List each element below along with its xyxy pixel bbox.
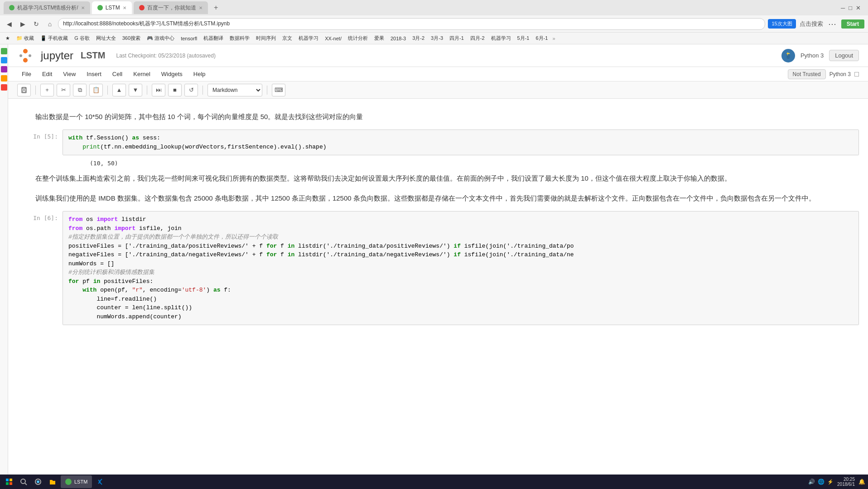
paste-cell-button[interactable]: 📋 [89,84,103,96]
start-menu-button[interactable] [3,475,15,488]
checkpoint-text: Last Checkpoint: 05/23/2018 (autosaved) [116,53,215,59]
home-button[interactable]: ⌂ [44,19,55,29]
notebook-body[interactable]: 输出数据是一个 10*50 的词矩阵，其中包括 10 个词，每个词的向量维度是 … [8,99,868,475]
back-button[interactable]: ◀ [4,19,14,29]
bookmark-16[interactable]: 2018-3 [389,36,408,41]
sidebar-icon-4 [1,75,7,82]
cell-5-body[interactable]: with tf.Session() as sess: print(tf.nn.e… [63,129,859,155]
cell-type-selector[interactable]: Markdown Code Raw NBConvert [207,84,262,96]
cell-6-body[interactable]: from os import listdir from os.path impo… [63,211,859,325]
svg-rect-8 [23,87,25,89]
cell-5-code[interactable]: with tf.Session() as sess: print(tf.nn.e… [63,130,858,155]
jupyter-brand-text: jupyter [41,49,73,62]
bookmark-20[interactable]: 四月-2 [468,35,487,42]
start-button[interactable]: Start [841,19,864,29]
taskbar-file-manager[interactable] [46,475,59,488]
description-text-1: 输出数据是一个 10*50 的词矩阵，其中包括 10 个词，每个词的向量维度是 … [35,113,363,120]
bookmark-19[interactable]: 四月-1 [448,35,466,42]
taskbar-browser-button[interactable]: LSTM [61,475,92,488]
bookmark-17[interactable]: 3月-2 [410,35,426,42]
menu-widgets[interactable]: Widgets [157,69,187,79]
bookmark-11[interactable]: 京文 [280,35,294,42]
tray-icon-2: 🌐 [818,479,825,485]
bookmark-13[interactable]: XX-net/ [323,36,343,41]
jupyter-logo-icon [17,48,34,64]
restart-button[interactable]: ↺ [184,84,198,96]
bookmark-1[interactable]: 📁 收藏 [14,35,36,42]
tab-1-label: 机器学习/LSTM情感分析/ [17,4,78,12]
move-down-button[interactable]: ▼ [129,84,142,96]
tab-1-favicon [9,5,14,10]
bookmark-2[interactable]: 📱 手机收藏 [39,35,70,42]
python-logo-svg [784,52,792,60]
svg-point-3 [29,54,31,57]
bookmark-23[interactable]: 6月-1 [534,35,550,42]
tab-1[interactable]: 机器学习/LSTM情感分析/ ✕ [4,1,90,14]
close-button[interactable]: ✕ [856,5,861,11]
extensions-icon[interactable]: ⋯ [827,19,838,29]
bookmark-12[interactable]: 机器学习 [297,35,320,42]
taskbar-search[interactable] [17,475,30,488]
stop-button[interactable]: ■ [168,84,182,96]
taskbar-vscode[interactable] [94,475,106,488]
move-up-button[interactable]: ▲ [112,84,126,96]
logout-button[interactable]: Logout [829,50,859,61]
notification-button[interactable]: 🔔 [858,479,865,485]
keyboard-shortcuts-button[interactable]: ⌨ [272,84,285,96]
save-button[interactable] [17,84,31,96]
cell-6[interactable]: In [6]: from os import listdir from os.p… [17,211,859,325]
bookmark-7[interactable]: tensorfl [179,36,199,41]
refresh-button[interactable]: ↻ [31,19,42,29]
restore-button[interactable]: □ [849,5,852,11]
run-next-button[interactable]: ⏭ [152,84,165,96]
tab-2-close[interactable]: ✕ [123,5,126,10]
cut-cell-button[interactable]: ✂ [57,84,70,96]
not-trusted-button[interactable]: Not Trusted [788,69,826,79]
translate-button[interactable]: 15次大图 [768,19,796,29]
address-bar[interactable]: http://localhost:8888/notebooks/机器学习/LST… [58,18,765,30]
bookmark-10[interactable]: 时间序列 [254,35,278,42]
taskbar-clock[interactable]: 20:25 2018/6/1 [837,477,855,487]
bookmark-8[interactable]: 机器翻译 [202,35,225,42]
tab-3[interactable]: 百度一下，你就知道 ✕ [134,1,208,14]
menu-kernel[interactable]: Kernel [129,69,155,79]
tab-1-close[interactable]: ✕ [81,5,85,10]
toolbar-separator-2 [107,86,108,95]
bookmark-14[interactable]: 统计分析 [346,35,370,42]
taskbar-right: 🔊 🌐 ⚡ 20:25 2018/6/1 🔔 [808,477,865,487]
sidebar-icon-2 [1,57,7,63]
clock-time: 20:25 [844,477,855,482]
svg-rect-9 [6,479,9,481]
bookmark-star-icon[interactable]: ★ [4,35,12,41]
bookmark-3[interactable]: G 谷歌 [72,35,92,42]
bookmark-21[interactable]: 机器学习 [489,35,513,42]
tab-2-favicon [97,5,103,10]
bookmark-18[interactable]: 3月-3 [429,35,445,42]
notebook-title[interactable]: LSTM [81,50,105,61]
cell-5[interactable]: In [5]: with tf.Session() as sess: print… [17,129,859,155]
menu-edit[interactable]: Edit [38,69,57,79]
copy-cell-button[interactable]: ⧉ [73,84,87,96]
bookmark-9[interactable]: 数据科学 [228,35,251,42]
tab-3-close[interactable]: ✕ [199,5,203,10]
bookmark-6[interactable]: 🎮 游戏中心 [145,35,176,42]
menu-view[interactable]: View [58,69,80,79]
new-tab-button[interactable]: + [210,1,222,14]
menu-insert[interactable]: Insert [82,69,106,79]
menu-help[interactable]: Help [189,69,210,79]
bookmark-5[interactable]: 360搜索 [121,35,142,42]
bookmark-22[interactable]: 5月-1 [516,35,531,42]
cell-6-code[interactable]: from os import listdir from os.path impo… [63,211,858,325]
menu-cell[interactable]: Cell [108,69,127,79]
search-icon[interactable]: 点击搜索 [800,20,823,28]
bookmark-4[interactable]: 网址大全 [94,35,118,42]
bookmarks-more-icon[interactable]: » [552,36,555,41]
add-cell-button[interactable]: + [40,84,54,96]
menu-file[interactable]: File [17,69,36,79]
tab-2-label: LSTM [106,5,120,11]
bookmark-15[interactable]: 爱果 [372,35,386,42]
tab-2[interactable]: LSTM ✕ [92,1,132,14]
minimize-button[interactable]: ─ [841,5,845,11]
forward-button[interactable]: ▶ [17,19,28,29]
taskbar-cortana[interactable] [32,475,44,488]
